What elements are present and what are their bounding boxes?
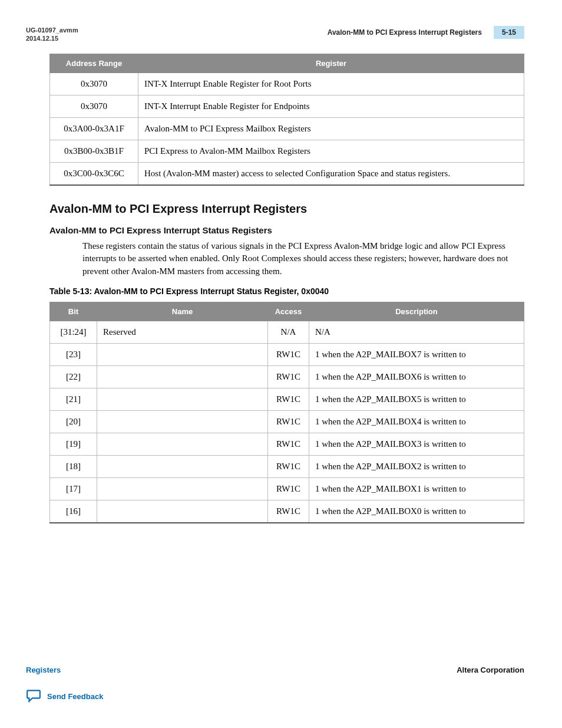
interrupt-status-table: Bit Name Access Description [31:24]Reser… — [49, 302, 524, 523]
table-cell: RW1C — [268, 343, 309, 365]
footer-chapter-link[interactable]: Registers — [26, 666, 61, 674]
page-header: UG-01097_avmm 2014.12.15 Avalon-MM to PC… — [26, 26, 524, 43]
table-cell: 1 when the A2P_MAILBOX1 is written to — [309, 477, 524, 500]
table-cell: INT-X Interrupt Enable Register for Root… — [138, 73, 524, 95]
col-name: Name — [97, 302, 268, 321]
table-cell — [97, 477, 268, 500]
table-cell — [97, 455, 268, 477]
footer-company: Altera Corporation — [457, 666, 524, 674]
header-right: Avalon-MM to PCI Express Interrupt Regis… — [328, 26, 524, 39]
table-cell: PCI Express to Avalon-MM Mailbox Registe… — [138, 140, 524, 162]
page-number: 5-15 — [494, 26, 524, 39]
table-row: [19]RW1C1 when the A2P_MAILBOX3 is writt… — [50, 433, 524, 455]
table-row: [18]RW1C1 when the A2P_MAILBOX2 is writt… — [50, 455, 524, 477]
table-cell — [97, 388, 268, 410]
table-cell: 0x3070 — [50, 95, 138, 117]
table-cell: 1 when the A2P_MAILBOX2 is written to — [309, 455, 524, 477]
col-description: Description — [309, 302, 524, 321]
doc-id: UG-01097_avmm — [26, 26, 78, 34]
table-cell: [20] — [50, 410, 97, 433]
table-cell: Reserved — [97, 321, 268, 343]
table-cell — [97, 365, 268, 388]
table-cell: 1 when the A2P_MAILBOX0 is written to — [309, 500, 524, 523]
table-row: 0x3A00-0x3A1FAvalon-MM to PCI Express Ma… — [50, 117, 524, 140]
section-heading: Avalon-MM to PCI Express Interrupt Regis… — [49, 202, 524, 216]
col-access: Access — [268, 302, 309, 321]
table-row: [20]RW1C1 when the A2P_MAILBOX4 is writt… — [50, 410, 524, 433]
subsection-heading: Avalon-MM to PCI Express Interrupt Statu… — [49, 225, 524, 235]
table-cell: RW1C — [268, 500, 309, 523]
table-cell: RW1C — [268, 455, 309, 477]
table-row: [17]RW1C1 when the A2P_MAILBOX1 is writt… — [50, 477, 524, 500]
table-cell — [97, 433, 268, 455]
table-cell: 0x3A00-0x3A1F — [50, 117, 138, 140]
table-cell: RW1C — [268, 410, 309, 433]
table-row: 0x3C00-0x3C6CHost (Avalon-MM master) acc… — [50, 162, 524, 185]
col-bit: Bit — [50, 302, 97, 321]
table-row: [23]RW1C1 when the A2P_MAILBOX7 is writt… — [50, 343, 524, 365]
table-cell: Host (Avalon-MM master) access to select… — [138, 162, 524, 185]
table-cell: [18] — [50, 455, 97, 477]
table-cell: N/A — [268, 321, 309, 343]
table-cell: RW1C — [268, 477, 309, 500]
table-row: 0x3070INT-X Interrupt Enable Register fo… — [50, 73, 524, 95]
feedback-label: Send Feedback — [47, 692, 103, 701]
table-cell: 1 when the A2P_MAILBOX4 is written to — [309, 410, 524, 433]
address-range-table: Address Range Register 0x3070INT-X Inter… — [49, 54, 524, 186]
table-cell: INT-X Interrupt Enable Register for Endp… — [138, 95, 524, 117]
table-cell: 0x3070 — [50, 73, 138, 95]
table-row: 0x3B00-0x3B1FPCI Express to Avalon-MM Ma… — [50, 140, 524, 162]
doc-id-block: UG-01097_avmm 2014.12.15 — [26, 26, 78, 43]
col-address-range: Address Range — [50, 54, 138, 73]
send-feedback-link[interactable]: Send Feedback — [26, 689, 524, 704]
table-cell: [21] — [50, 388, 97, 410]
table-cell: [17] — [50, 477, 97, 500]
table-row: 0x3070INT-X Interrupt Enable Register fo… — [50, 95, 524, 117]
col-register: Register — [138, 54, 524, 73]
table-row: [22]RW1C1 when the A2P_MAILBOX6 is writt… — [50, 365, 524, 388]
table-cell: RW1C — [268, 433, 309, 455]
table-cell: RW1C — [268, 365, 309, 388]
table-cell: 1 when the A2P_MAILBOX5 is written to — [309, 388, 524, 410]
doc-date: 2014.12.15 — [26, 34, 78, 42]
header-section-title: Avalon-MM to PCI Express Interrupt Regis… — [328, 28, 494, 37]
table-cell: [19] — [50, 433, 97, 455]
table-row: [16]RW1C1 when the A2P_MAILBOX0 is writt… — [50, 500, 524, 523]
table-cell — [97, 343, 268, 365]
table-cell: Avalon-MM to PCI Express Mailbox Registe… — [138, 117, 524, 140]
table-cell: [31:24] — [50, 321, 97, 343]
table-row: [31:24]ReservedN/AN/A — [50, 321, 524, 343]
body-paragraph: These registers contain the status of va… — [82, 240, 524, 278]
table-cell: N/A — [309, 321, 524, 343]
table-caption: Table 5-13: Avalon-MM to PCI Express Int… — [49, 286, 524, 296]
table-cell: 1 when the A2P_MAILBOX3 is written to — [309, 433, 524, 455]
table-cell — [97, 410, 268, 433]
table-cell: 1 when the A2P_MAILBOX6 is written to — [309, 365, 524, 388]
table-cell: [23] — [50, 343, 97, 365]
table-row: [21]RW1C1 when the A2P_MAILBOX5 is writt… — [50, 388, 524, 410]
table-cell: 0x3C00-0x3C6C — [50, 162, 138, 185]
table-cell — [97, 500, 268, 523]
page-footer: Registers Altera Corporation Send Feedba… — [26, 666, 524, 704]
feedback-icon — [26, 689, 41, 704]
table-cell: 0x3B00-0x3B1F — [50, 140, 138, 162]
table-cell: RW1C — [268, 388, 309, 410]
table-cell: 1 when the A2P_MAILBOX7 is written to — [309, 343, 524, 365]
table-cell: [16] — [50, 500, 97, 523]
table-cell: [22] — [50, 365, 97, 388]
